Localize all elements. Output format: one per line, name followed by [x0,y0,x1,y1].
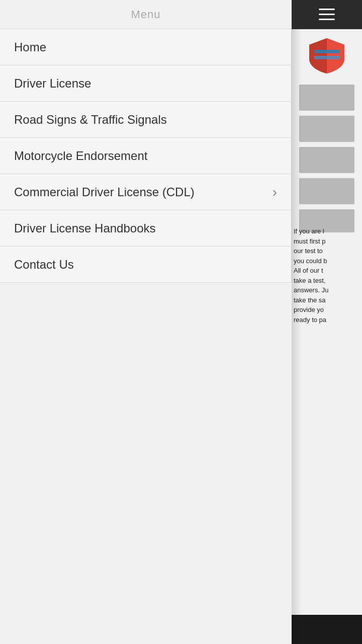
drawer-item-label-handbooks: Driver License Handbooks [14,221,155,235]
drawer-item-home[interactable]: Home [0,29,291,65]
image-placeholder-4 [299,178,354,204]
drawer-shadow [292,29,302,644]
drawer-item-contact[interactable]: Contact Us [0,247,291,283]
hamburger-button[interactable] [292,0,362,29]
drawer-item-label-cdl: Commercial Driver License (CDL) [14,185,195,199]
right-panel [292,29,362,644]
bottom-bar [292,615,362,644]
hamburger-icon [319,9,335,20]
header: Menu [0,0,362,29]
drawer-item-label-motorcycle: Motorcycle Endorsement [14,149,147,163]
drawer-item-road-signs[interactable]: Road Signs & Traffic Signals [0,102,291,138]
image-placeholder-3 [299,147,354,173]
drawer-item-label-contact: Contact Us [14,258,74,272]
drawer-item-cdl[interactable]: Commercial Driver License (CDL)› [0,174,291,210]
drawer-item-label-home: Home [14,40,46,54]
drawer-menu: HomeDriver LicenseRoad Signs & Traffic S… [0,29,292,283]
shield-logo [302,34,352,74]
drawer-item-motorcycle[interactable]: Motorcycle Endorsement [0,138,291,174]
image-placeholder-1 [299,85,354,111]
drawer-item-handbooks[interactable]: Driver License Handbooks [0,210,291,247]
drawer-item-label-driver-license: Driver License [14,76,91,91]
image-placeholder-2 [299,116,354,142]
drawer-item-driver-license[interactable]: Driver License [0,65,291,102]
body-text: If you are lmust first pour test toyou c… [292,226,362,325]
drawer-item-label-road-signs: Road Signs & Traffic Signals [14,113,167,127]
chevron-icon-cdl: › [273,184,277,200]
menu-label: Menu [0,8,292,21]
